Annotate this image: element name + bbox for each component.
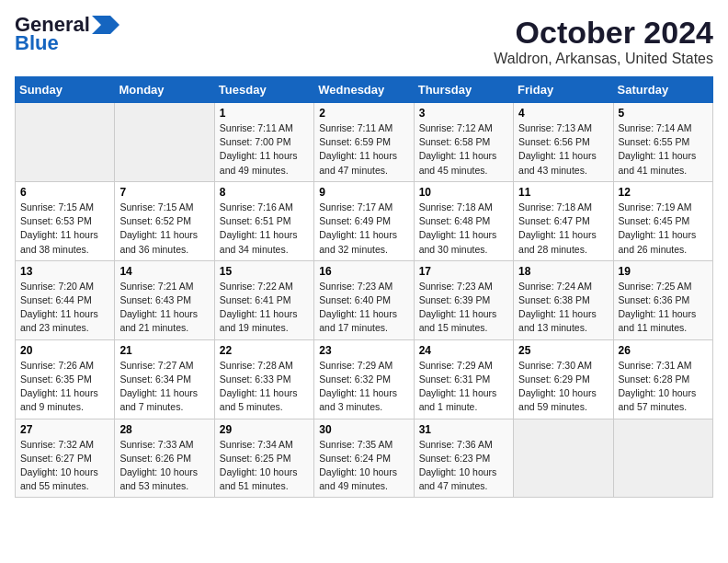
day-number: 11 bbox=[518, 186, 608, 199]
calendar-cell: 19Sunrise: 7:25 AMSunset: 6:36 PMDayligh… bbox=[613, 260, 712, 339]
calendar-cell bbox=[514, 419, 613, 498]
page-header: General Blue October 2024 Waldron, Arkan… bbox=[15, 15, 713, 67]
cell-sun-info: Sunrise: 7:29 AMSunset: 6:32 PMDaylight:… bbox=[319, 359, 408, 415]
calendar-cell: 11Sunrise: 7:18 AMSunset: 6:47 PMDayligh… bbox=[514, 181, 613, 260]
cell-sun-info: Sunrise: 7:27 AMSunset: 6:34 PMDaylight:… bbox=[119, 359, 209, 415]
cell-sun-info: Sunrise: 7:24 AMSunset: 6:38 PMDaylight:… bbox=[518, 280, 608, 336]
cell-sun-info: Sunrise: 7:17 AMSunset: 6:49 PMDaylight:… bbox=[319, 201, 408, 257]
logo-blue: Blue bbox=[15, 31, 59, 55]
calendar-cell: 14Sunrise: 7:21 AMSunset: 6:43 PMDayligh… bbox=[115, 260, 214, 339]
day-number: 23 bbox=[319, 344, 408, 357]
day-number: 13 bbox=[20, 265, 109, 278]
day-number: 9 bbox=[319, 186, 408, 199]
calendar-cell: 1Sunrise: 7:11 AMSunset: 7:00 PMDaylight… bbox=[214, 103, 313, 182]
calendar-cell: 28Sunrise: 7:33 AMSunset: 6:26 PMDayligh… bbox=[115, 419, 214, 498]
day-number: 21 bbox=[119, 344, 209, 357]
day-number: 30 bbox=[319, 423, 408, 436]
cell-sun-info: Sunrise: 7:11 AMSunset: 7:00 PMDaylight:… bbox=[220, 121, 309, 178]
cell-sun-info: Sunrise: 7:18 AMSunset: 6:47 PMDaylight:… bbox=[518, 201, 608, 257]
cell-sun-info: Sunrise: 7:21 AMSunset: 6:43 PMDaylight:… bbox=[119, 280, 209, 336]
calendar-cell: 29Sunrise: 7:34 AMSunset: 6:25 PMDayligh… bbox=[214, 419, 313, 498]
day-header-thursday: Thursday bbox=[414, 77, 513, 103]
page-subtitle: Waldron, Arkansas, United States bbox=[494, 51, 713, 67]
cell-sun-info: Sunrise: 7:15 AMSunset: 6:53 PMDaylight:… bbox=[20, 201, 109, 257]
cell-sun-info: Sunrise: 7:33 AMSunset: 6:26 PMDaylight:… bbox=[119, 438, 209, 494]
cell-sun-info: Sunrise: 7:13 AMSunset: 6:56 PMDaylight:… bbox=[518, 121, 608, 178]
logo-arrow-icon bbox=[92, 16, 119, 34]
calendar-cell: 5Sunrise: 7:14 AMSunset: 6:55 PMDaylight… bbox=[613, 103, 712, 182]
day-header-sunday: Sunday bbox=[16, 77, 115, 103]
calendar-cell: 25Sunrise: 7:30 AMSunset: 6:29 PMDayligh… bbox=[514, 339, 613, 419]
calendar-week-3: 13Sunrise: 7:20 AMSunset: 6:44 PMDayligh… bbox=[16, 260, 713, 339]
day-number: 31 bbox=[419, 423, 508, 436]
day-number: 27 bbox=[20, 423, 109, 436]
cell-sun-info: Sunrise: 7:11 AMSunset: 6:59 PMDaylight:… bbox=[319, 121, 408, 178]
day-number: 3 bbox=[419, 107, 508, 120]
day-number: 10 bbox=[419, 186, 508, 199]
cell-sun-info: Sunrise: 7:23 AMSunset: 6:40 PMDaylight:… bbox=[319, 280, 408, 336]
day-number: 20 bbox=[20, 344, 109, 357]
day-number: 29 bbox=[220, 423, 309, 436]
cell-sun-info: Sunrise: 7:19 AMSunset: 6:45 PMDaylight:… bbox=[619, 201, 708, 257]
day-header-saturday: Saturday bbox=[613, 77, 712, 103]
calendar-cell: 9Sunrise: 7:17 AMSunset: 6:49 PMDaylight… bbox=[314, 181, 414, 260]
cell-sun-info: Sunrise: 7:29 AMSunset: 6:31 PMDaylight:… bbox=[419, 359, 508, 415]
day-number: 8 bbox=[220, 186, 309, 199]
day-number: 14 bbox=[119, 265, 209, 278]
calendar-cell: 8Sunrise: 7:16 AMSunset: 6:51 PMDaylight… bbox=[214, 181, 313, 260]
calendar-cell: 17Sunrise: 7:23 AMSunset: 6:39 PMDayligh… bbox=[414, 260, 513, 339]
day-number: 5 bbox=[619, 107, 708, 120]
calendar-cell: 2Sunrise: 7:11 AMSunset: 6:59 PMDaylight… bbox=[314, 103, 414, 182]
calendar-cell: 23Sunrise: 7:29 AMSunset: 6:32 PMDayligh… bbox=[314, 339, 414, 419]
day-number: 18 bbox=[518, 265, 608, 278]
calendar-cell: 13Sunrise: 7:20 AMSunset: 6:44 PMDayligh… bbox=[16, 260, 115, 339]
cell-sun-info: Sunrise: 7:14 AMSunset: 6:55 PMDaylight:… bbox=[619, 121, 708, 178]
calendar-table: SundayMondayTuesdayWednesdayThursdayFrid… bbox=[15, 76, 713, 498]
calendar-cell: 10Sunrise: 7:18 AMSunset: 6:48 PMDayligh… bbox=[414, 181, 513, 260]
cell-sun-info: Sunrise: 7:15 AMSunset: 6:52 PMDaylight:… bbox=[119, 201, 209, 257]
cell-sun-info: Sunrise: 7:36 AMSunset: 6:23 PMDaylight:… bbox=[419, 438, 508, 494]
day-number: 2 bbox=[319, 107, 408, 120]
cell-sun-info: Sunrise: 7:16 AMSunset: 6:51 PMDaylight:… bbox=[220, 201, 309, 257]
calendar-cell bbox=[16, 103, 115, 182]
calendar-cell bbox=[115, 103, 214, 182]
calendar-week-5: 27Sunrise: 7:32 AMSunset: 6:27 PMDayligh… bbox=[16, 419, 713, 498]
calendar-cell: 27Sunrise: 7:32 AMSunset: 6:27 PMDayligh… bbox=[16, 419, 115, 498]
cell-sun-info: Sunrise: 7:31 AMSunset: 6:28 PMDaylight:… bbox=[619, 359, 708, 415]
cell-sun-info: Sunrise: 7:32 AMSunset: 6:27 PMDaylight:… bbox=[20, 438, 109, 494]
calendar-week-4: 20Sunrise: 7:26 AMSunset: 6:35 PMDayligh… bbox=[16, 339, 713, 419]
calendar-week-2: 6Sunrise: 7:15 AMSunset: 6:53 PMDaylight… bbox=[16, 181, 713, 260]
calendar-cell: 22Sunrise: 7:28 AMSunset: 6:33 PMDayligh… bbox=[214, 339, 313, 419]
page-title: October 2024 bbox=[494, 15, 713, 51]
day-number: 19 bbox=[619, 265, 708, 278]
calendar-cell: 16Sunrise: 7:23 AMSunset: 6:40 PMDayligh… bbox=[314, 260, 414, 339]
cell-sun-info: Sunrise: 7:18 AMSunset: 6:48 PMDaylight:… bbox=[419, 201, 508, 257]
cell-sun-info: Sunrise: 7:25 AMSunset: 6:36 PMDaylight:… bbox=[619, 280, 708, 336]
cell-sun-info: Sunrise: 7:30 AMSunset: 6:29 PMDaylight:… bbox=[518, 359, 608, 415]
calendar-cell: 20Sunrise: 7:26 AMSunset: 6:35 PMDayligh… bbox=[16, 339, 115, 419]
day-number: 22 bbox=[220, 344, 309, 357]
day-number: 28 bbox=[119, 423, 209, 436]
logo: General Blue bbox=[15, 15, 119, 55]
day-number: 16 bbox=[319, 265, 408, 278]
calendar-header-row: SundayMondayTuesdayWednesdayThursdayFrid… bbox=[16, 77, 713, 103]
title-block: October 2024 Waldron, Arkansas, United S… bbox=[494, 15, 713, 67]
day-header-friday: Friday bbox=[514, 77, 613, 103]
cell-sun-info: Sunrise: 7:20 AMSunset: 6:44 PMDaylight:… bbox=[20, 280, 109, 336]
cell-sun-info: Sunrise: 7:34 AMSunset: 6:25 PMDaylight:… bbox=[220, 438, 309, 494]
svg-marker-0 bbox=[92, 16, 119, 34]
calendar-cell: 7Sunrise: 7:15 AMSunset: 6:52 PMDaylight… bbox=[115, 181, 214, 260]
calendar-cell: 6Sunrise: 7:15 AMSunset: 6:53 PMDaylight… bbox=[16, 181, 115, 260]
day-header-monday: Monday bbox=[115, 77, 214, 103]
calendar-cell: 21Sunrise: 7:27 AMSunset: 6:34 PMDayligh… bbox=[115, 339, 214, 419]
cell-sun-info: Sunrise: 7:26 AMSunset: 6:35 PMDaylight:… bbox=[20, 359, 109, 415]
calendar-cell: 4Sunrise: 7:13 AMSunset: 6:56 PMDaylight… bbox=[514, 103, 613, 182]
cell-sun-info: Sunrise: 7:22 AMSunset: 6:41 PMDaylight:… bbox=[220, 280, 309, 336]
calendar-cell: 12Sunrise: 7:19 AMSunset: 6:45 PMDayligh… bbox=[613, 181, 712, 260]
calendar-cell bbox=[613, 419, 712, 498]
cell-sun-info: Sunrise: 7:35 AMSunset: 6:24 PMDaylight:… bbox=[319, 438, 408, 494]
day-number: 25 bbox=[518, 344, 608, 357]
day-number: 1 bbox=[220, 107, 309, 120]
cell-sun-info: Sunrise: 7:28 AMSunset: 6:33 PMDaylight:… bbox=[220, 359, 309, 415]
calendar-week-1: 1Sunrise: 7:11 AMSunset: 7:00 PMDaylight… bbox=[16, 103, 713, 182]
